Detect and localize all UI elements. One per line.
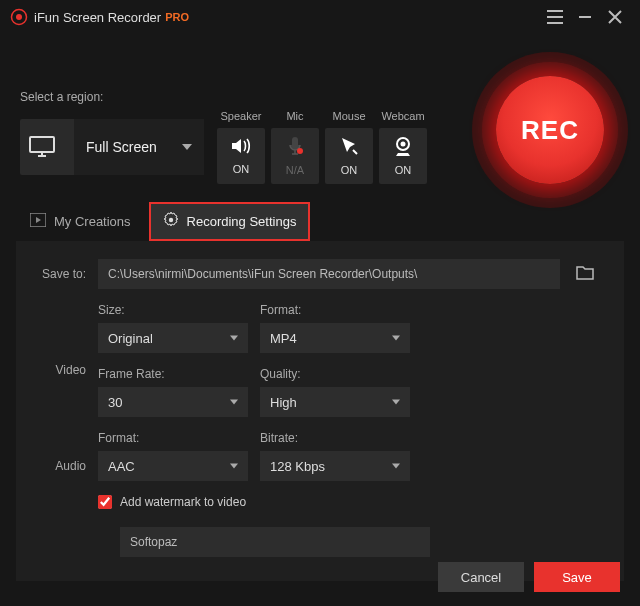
webcam-label: Webcam <box>376 110 430 122</box>
region-box <box>20 119 74 175</box>
webcam-icon <box>393 136 413 164</box>
footer-buttons: Cancel Save <box>438 562 620 592</box>
quality-label: Quality: <box>260 367 410 381</box>
record-label: REC <box>521 115 579 146</box>
svg-point-3 <box>297 148 303 154</box>
watermark-text-input[interactable] <box>120 527 430 557</box>
pro-badge: PRO <box>165 11 189 23</box>
save-to-label: Save to: <box>40 267 98 281</box>
mic-state: N/A <box>286 164 304 176</box>
app-title: iFun Screen Recorder <box>34 10 161 25</box>
speaker-state: ON <box>233 163 250 175</box>
audio-format-label: Format: <box>98 431 248 445</box>
tab-my-creations-label: My Creations <box>54 214 131 229</box>
title-bar: iFun Screen Recorder PRO <box>0 0 640 34</box>
speaker-toggle[interactable]: ON <box>217 128 265 184</box>
webcam-toggle[interactable]: ON <box>379 128 427 184</box>
speaker-icon <box>231 137 251 163</box>
svg-point-1 <box>16 14 22 20</box>
framerate-label: Frame Rate: <box>98 367 248 381</box>
top-controls: Select a region: Full Screen Speaker <box>0 34 640 184</box>
folder-icon <box>576 265 594 284</box>
mouse-icon <box>339 136 359 164</box>
size-select[interactable]: Original <box>98 323 248 353</box>
tabs: My Creations Recording Settings <box>0 202 640 241</box>
creations-icon <box>30 213 46 230</box>
webcam-state: ON <box>395 164 412 176</box>
tab-my-creations[interactable]: My Creations <box>16 203 145 240</box>
app-logo-icon <box>10 8 28 26</box>
gear-icon <box>163 212 179 231</box>
framerate-select[interactable]: 30 <box>98 387 248 417</box>
settings-panel: Save to: Video Size: Original Format: MP… <box>16 241 624 581</box>
svg-point-7 <box>168 218 172 222</box>
svg-rect-2 <box>30 137 54 152</box>
browse-folder-button[interactable] <box>570 259 600 289</box>
watermark-checkbox[interactable] <box>98 495 112 509</box>
tab-recording-settings[interactable]: Recording Settings <box>149 202 311 241</box>
mic-icon <box>287 136 303 164</box>
bitrate-select[interactable]: 128 Kbps <box>260 451 410 481</box>
save-to-input[interactable] <box>98 259 560 289</box>
mic-label: Mic <box>268 110 322 122</box>
mouse-toggle[interactable]: ON <box>325 128 373 184</box>
bitrate-label: Bitrate: <box>260 431 410 445</box>
region-select[interactable]: Full Screen <box>74 119 204 175</box>
audio-format-select[interactable]: AAC <box>98 451 248 481</box>
close-icon[interactable] <box>600 2 630 32</box>
region-label: Select a region: <box>20 90 480 104</box>
size-label: Size: <box>98 303 248 317</box>
region-select-wrap: Full Screen <box>74 119 204 175</box>
tab-recording-settings-label: Recording Settings <box>187 214 297 229</box>
mic-toggle[interactable]: N/A <box>271 128 319 184</box>
video-section-label: Video <box>40 343 98 377</box>
cancel-button[interactable]: Cancel <box>438 562 524 592</box>
watermark-label: Add watermark to video <box>120 495 246 509</box>
record-button[interactable]: REC <box>496 76 604 184</box>
speaker-label: Speaker <box>214 110 268 122</box>
mouse-label: Mouse <box>322 110 376 122</box>
video-format-select[interactable]: MP4 <box>260 323 410 353</box>
video-format-label: Format: <box>260 303 410 317</box>
svg-point-5 <box>401 142 406 147</box>
menu-icon[interactable] <box>540 2 570 32</box>
quality-select[interactable]: High <box>260 387 410 417</box>
monitor-icon <box>28 133 56 161</box>
audio-section-label: Audio <box>40 439 98 473</box>
mouse-state: ON <box>341 164 358 176</box>
minimize-icon[interactable] <box>570 2 600 32</box>
save-button[interactable]: Save <box>534 562 620 592</box>
